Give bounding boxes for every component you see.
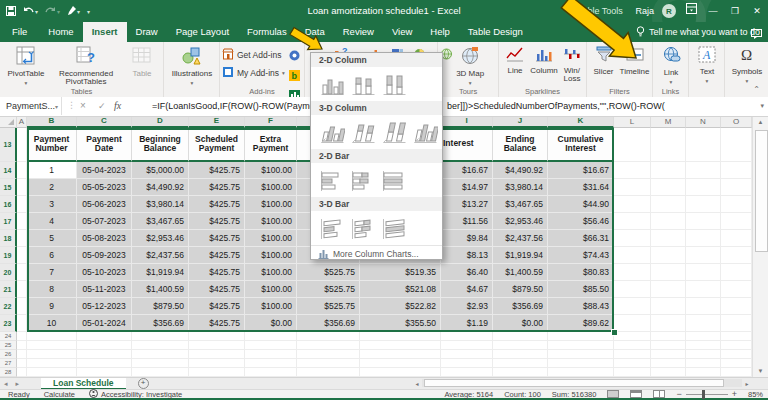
row-header-28[interactable]: 28 — [0, 368, 17, 377]
scroll-left-icon[interactable]: ◂ — [412, 380, 422, 387]
cell[interactable] — [17, 350, 27, 359]
row-header-15[interactable]: 15 — [0, 179, 17, 196]
bing-addin-icon[interactable]: b — [289, 67, 300, 85]
cell[interactable] — [651, 162, 686, 179]
zoom-slider-thumb[interactable] — [702, 390, 705, 399]
cell[interactable] — [132, 332, 189, 341]
cell[interactable]: $519.35 — [360, 264, 441, 281]
my-addins-button[interactable]: My Add-ins ▾ — [222, 65, 285, 80]
cell[interactable] — [360, 332, 441, 341]
cell[interactable] — [614, 264, 651, 281]
cell[interactable]: $100.00 — [245, 179, 297, 196]
cell[interactable] — [297, 332, 360, 341]
more-column-charts-item[interactable]: More Column Charts... — [311, 245, 442, 262]
chart-thumb-col3-3[interactable] — [381, 121, 407, 144]
cell[interactable] — [686, 162, 721, 179]
chart-thumb-bar2-2[interactable] — [350, 169, 376, 192]
cell[interactable]: Ending Balance — [493, 128, 548, 162]
cell[interactable]: 05-04-2023 — [77, 162, 132, 179]
chart-thumb-bar2-3[interactable] — [381, 169, 407, 192]
column-header-C[interactable]: C — [77, 116, 132, 128]
illustrations-button[interactable]: Illustrations ▾ — [166, 44, 218, 86]
cell[interactable]: $100.00 — [245, 230, 297, 247]
cell[interactable] — [493, 332, 548, 341]
cell[interactable] — [614, 128, 651, 162]
cell[interactable]: 05-07-2023 — [77, 213, 132, 230]
cell[interactable] — [245, 341, 297, 350]
cell[interactable]: $2,437.56 — [132, 247, 189, 264]
cell[interactable] — [614, 230, 651, 247]
cell[interactable] — [441, 368, 493, 377]
column-header-J[interactable]: J — [493, 116, 548, 128]
cell[interactable]: Interest — [441, 128, 493, 162]
cell[interactable] — [132, 359, 189, 368]
cell[interactable]: $4,490.92 — [132, 179, 189, 196]
cell[interactable]: $88.43 — [548, 298, 614, 315]
cell[interactable] — [548, 341, 614, 350]
cell[interactable] — [77, 350, 132, 359]
cell[interactable] — [651, 315, 686, 332]
cell[interactable] — [17, 341, 27, 350]
scroll-down-icon[interactable]: ▼ — [753, 365, 768, 377]
cell[interactable] — [297, 359, 360, 368]
cell[interactable] — [721, 341, 752, 350]
tab-formulas[interactable]: Formulas — [238, 22, 296, 42]
cell[interactable]: $1,400.59 — [132, 281, 189, 298]
cell[interactable] — [721, 162, 752, 179]
cell[interactable] — [651, 213, 686, 230]
cell[interactable]: $13.27 — [441, 196, 493, 213]
cell[interactable] — [17, 196, 27, 213]
cell[interactable] — [614, 332, 651, 341]
cell[interactable] — [721, 128, 752, 162]
cell[interactable] — [360, 350, 441, 359]
recommended-pivottables-button[interactable]: ? Recommended PivotTables — [50, 44, 122, 86]
cell[interactable] — [441, 359, 493, 368]
chart-thumb-col3-4[interactable] — [412, 121, 438, 144]
cell[interactable] — [17, 281, 27, 298]
timeline-button[interactable]: Timeline — [618, 44, 651, 86]
cell[interactable] — [686, 128, 721, 162]
cell[interactable] — [614, 315, 651, 332]
cell[interactable] — [721, 213, 752, 230]
cell[interactable] — [651, 128, 686, 162]
cell[interactable] — [548, 350, 614, 359]
tab-help[interactable]: Help — [421, 22, 459, 42]
cell[interactable] — [651, 247, 686, 264]
cell[interactable]: $0.00 — [493, 315, 548, 332]
scroll-up-icon[interactable]: ▲ — [753, 116, 768, 128]
column-header-K[interactable]: K — [548, 116, 614, 128]
cell[interactable]: $4.67 — [441, 281, 493, 298]
cell[interactable] — [297, 368, 360, 377]
cell[interactable] — [651, 341, 686, 350]
cell[interactable] — [721, 315, 752, 332]
cell[interactable] — [614, 281, 651, 298]
insert-function-icon[interactable]: fx — [114, 97, 121, 115]
cell[interactable] — [721, 179, 752, 196]
cell[interactable] — [360, 341, 441, 350]
table-button[interactable]: Table — [122, 44, 162, 86]
status-calculate[interactable]: Calculate — [44, 390, 75, 399]
cell[interactable]: $3,980.14 — [132, 196, 189, 213]
cell[interactable] — [493, 359, 548, 368]
cell[interactable] — [548, 332, 614, 341]
cell[interactable]: 5 — [27, 230, 77, 247]
chart-thumb-col2-1[interactable] — [319, 73, 345, 96]
cell[interactable]: 05-06-2023 — [77, 196, 132, 213]
cell[interactable] — [686, 350, 721, 359]
column-header-A[interactable]: A — [17, 116, 27, 128]
cell[interactable]: $100.00 — [245, 298, 297, 315]
cell[interactable]: $3,467.65 — [132, 213, 189, 230]
cell[interactable]: $100.00 — [245, 213, 297, 230]
tab-table-design[interactable]: Table Design — [459, 22, 532, 42]
cell[interactable]: $525.75 — [297, 281, 360, 298]
row-header-19[interactable]: 19 — [0, 247, 17, 264]
cell[interactable]: $1.19 — [441, 315, 493, 332]
cell[interactable]: $8.13 — [441, 247, 493, 264]
cell[interactable]: $80.83 — [548, 264, 614, 281]
cell[interactable] — [651, 359, 686, 368]
row-header-22[interactable]: 22 — [0, 298, 17, 315]
cell[interactable] — [17, 264, 27, 281]
cell[interactable] — [686, 281, 721, 298]
row-header-25[interactable]: 25 — [0, 341, 17, 350]
cell[interactable] — [686, 264, 721, 281]
